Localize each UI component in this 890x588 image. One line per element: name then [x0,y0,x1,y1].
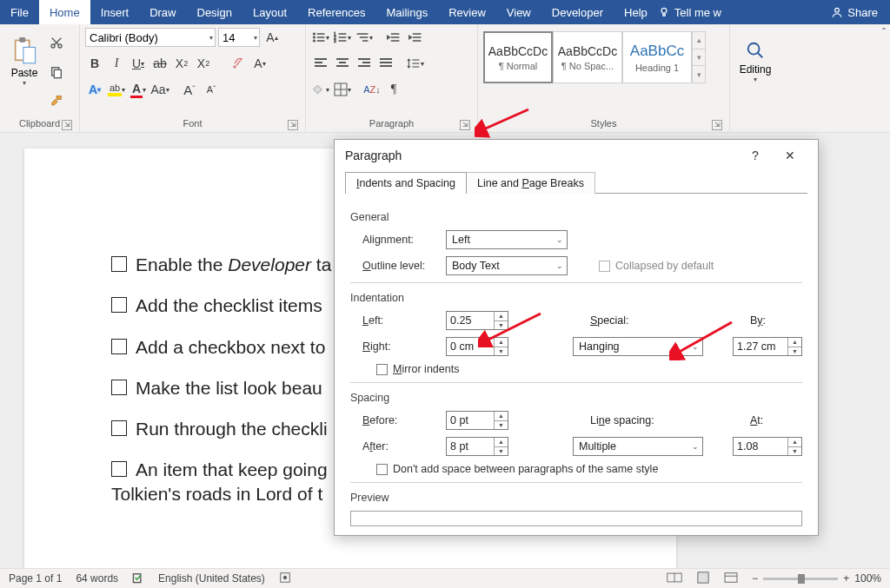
change-case-button[interactable]: Aa▾ [150,80,169,99]
outline-select[interactable]: Body Text⌄ [446,256,568,275]
align-left-button[interactable] [311,54,330,73]
increase-indent-button[interactable] [406,28,425,47]
borders-button[interactable]: ▾ [333,80,352,99]
view-web-layout[interactable] [724,571,738,586]
underline-button[interactable]: U▾ [129,54,148,73]
zoom-out-button[interactable]: − [752,572,758,585]
text-effects-button[interactable]: A▾ [85,80,104,99]
increase-font-size-button[interactable]: A▴ [262,28,282,47]
style-normal[interactable]: AaBbCcDc ¶ Normal [483,31,553,83]
checkbox-icon[interactable] [111,339,127,354]
dont-add-space-checkbox[interactable]: Don't add space between paragraphs of th… [376,463,658,475]
checkbox-icon[interactable] [111,380,127,395]
tab-view[interactable]: View [496,0,541,24]
after-spinner[interactable]: 8 pt▲▼ [446,437,508,456]
align-right-button[interactable] [355,54,374,73]
tab-references[interactable]: References [297,0,375,24]
bold-button[interactable]: B [85,54,104,73]
clipboard-dialog-launcher[interactable]: ⇲ [62,120,72,130]
paragraph-dialog-launcher[interactable]: ⇲ [460,120,470,130]
checkbox-icon[interactable] [111,461,127,477]
view-print-layout[interactable] [696,571,710,586]
collapse-ribbon-button[interactable]: ˆ [882,27,886,39]
tab-help[interactable]: Help [614,0,658,24]
spellcheck-icon[interactable] [132,571,144,586]
subscript-button[interactable]: X2 [172,54,191,73]
zoom-in-button[interactable]: + [843,572,849,585]
numbering-button[interactable]: 123▾ [333,28,352,47]
superscript-button[interactable]: X2 [194,54,213,73]
styles-expand[interactable]: ▾ [693,65,705,83]
zoom-level[interactable]: 100% [854,572,881,585]
tell-me-search[interactable]: Tell me w [658,6,721,19]
decrease-indent-button[interactable] [384,28,403,47]
at-spinner[interactable]: 1.08▲▼ [733,437,802,456]
tab-developer[interactable]: Developer [541,0,614,24]
bullets-button[interactable]: ▾ [311,28,330,47]
group-clipboard: Paste ▾ Clipboard⇲ [0,24,80,132]
checkbox-icon[interactable] [111,297,127,313]
highlight-button[interactable]: ab▾ [107,80,126,99]
font-dialog-launcher[interactable]: ⇲ [288,120,298,130]
by-spinner[interactable]: 1.27 cm▲▼ [733,337,802,356]
style-heading-1[interactable]: AaBbCc Heading 1 [622,31,692,83]
special-select[interactable]: Hanging⌄ [573,337,703,356]
macro-icon[interactable] [279,571,291,586]
indent-right-spinner[interactable]: 0 cm▲▼ [446,337,508,356]
editing-button[interactable]: Editing ▾ [736,28,774,96]
decrease-font-size-button[interactable]: A▾ [250,54,269,73]
italic-button[interactable]: I [107,54,126,73]
tab-draw[interactable]: Draw [139,0,186,24]
dialog-close-button[interactable]: ✕ [773,149,807,162]
sort-button[interactable]: AZ↓ [362,80,382,99]
tab-insert[interactable]: Insert [90,0,140,24]
word-count[interactable]: 64 words [76,572,118,585]
indent-left-spinner[interactable]: 0.25▲▼ [446,311,508,330]
paste-button[interactable]: Paste ▾ [5,28,43,96]
tab-line-page-breaks[interactable]: Line and Page Breaks [466,172,595,194]
multilevel-list-button[interactable]: ▾ [355,28,374,47]
style-no-spacing[interactable]: AaBbCcDc ¶ No Spac... [553,31,622,83]
tab-review[interactable]: Review [438,0,496,24]
styles-scroll-down[interactable]: ▾ [693,49,705,66]
clear-formatting-button[interactable] [229,54,248,73]
font-color-button[interactable]: A▾ [129,80,148,99]
tab-layout[interactable]: Layout [242,0,297,24]
styles-scroll-up[interactable]: ▴ [693,32,705,49]
special-label: Special: [590,314,668,327]
view-read-mode[interactable] [667,571,682,586]
strikethrough-button[interactable]: ab [150,54,169,73]
styles-dialog-launcher[interactable]: ⇲ [712,120,722,130]
line-spacing-button[interactable]: ▾ [406,54,425,73]
tab-mailings[interactable]: Mailings [376,0,439,24]
shrink-font-button[interactable]: Aˇ [202,80,221,99]
checkbox-icon[interactable] [111,420,127,436]
share-button[interactable]: Share [819,6,890,19]
alignment-select[interactable]: Left⌄ [446,230,568,249]
alignment-label: Alignment: [362,234,435,246]
grow-font-button[interactable]: Aˇ [180,80,199,99]
justify-button[interactable] [376,54,395,73]
align-center-button[interactable] [333,54,352,73]
page-status[interactable]: Page 1 of 1 [9,572,62,585]
checkbox-icon[interactable] [111,256,127,272]
dialog-title-bar[interactable]: Paragraph ? ✕ [335,140,818,171]
format-painter-button[interactable] [47,94,66,109]
shading-button[interactable]: ▾ [311,80,330,99]
dialog-help-button[interactable]: ? [738,149,773,162]
show-hide-button[interactable]: ¶ [384,80,403,99]
zoom-slider[interactable] [763,578,838,580]
line-spacing-select[interactable]: Multiple⌄ [573,437,703,456]
cut-button[interactable] [47,35,66,50]
tab-file[interactable]: File [0,0,39,24]
mirror-indents-checkbox[interactable]: Mirror indents [376,363,459,375]
svg-rect-55 [698,571,708,582]
tab-home[interactable]: Home [39,0,90,24]
language-status[interactable]: English (United States) [158,572,265,585]
font-size-select[interactable]: 14▾ [218,28,260,47]
tab-indents-spacing[interactable]: Indents and Spacing [345,172,467,194]
tab-design[interactable]: Design [187,0,242,24]
before-spinner[interactable]: 0 pt▲▼ [446,411,508,430]
font-name-select[interactable]: Calibri (Body)▾ [85,28,216,47]
copy-button[interactable] [47,64,66,80]
